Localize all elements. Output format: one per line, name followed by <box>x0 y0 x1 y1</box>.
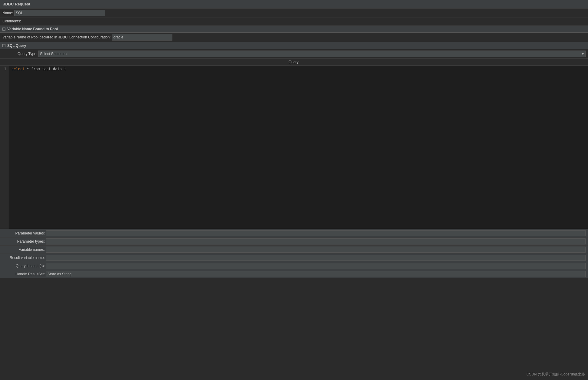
query-type-row: Query Type: Select Statement Update Stat… <box>0 49 588 59</box>
query-header-row: Query: <box>0 59 588 66</box>
variable-names-row: Variable names: <box>0 246 588 254</box>
line-numbers: 1 <box>0 66 9 229</box>
title-bar: JDBC Request <box>0 0 588 8</box>
result-variable-name-input[interactable] <box>46 255 586 261</box>
name-label: Name: <box>2 11 13 15</box>
query-label: Query: <box>289 60 299 64</box>
pool-variable-row: Variable Name of Pool declared in JDBC C… <box>0 33 588 42</box>
parameter-types-input[interactable] <box>46 238 586 244</box>
sql-query-title: SQL Query <box>7 44 26 48</box>
pool-variable-input[interactable] <box>112 34 172 41</box>
variable-name-bound-title: Variable Name Bound to Pool <box>7 27 58 31</box>
parameter-types-label: Parameter types: <box>2 239 45 244</box>
line-number-1: 1 <box>2 67 6 71</box>
pool-variable-label: Variable Name of Pool declared in JDBC C… <box>2 35 111 39</box>
window-title: JDBC Request <box>3 2 30 6</box>
variable-name-bound-section: Variable Name Bound to Pool <box>0 26 588 33</box>
variable-names-input[interactable] <box>46 247 586 253</box>
comments-label: Comments: <box>2 19 21 23</box>
handle-result-set-input[interactable] <box>46 271 586 277</box>
name-row: Name: <box>0 8 588 18</box>
parameter-types-row: Parameter types: <box>0 238 588 246</box>
query-timeout-label: Query timeout (s): <box>2 264 45 268</box>
code-content[interactable]: select * from test_data t <box>9 66 588 229</box>
bottom-fields: Parameter values: Parameter types: Varia… <box>0 229 588 278</box>
parameter-values-label: Parameter values: <box>2 231 45 235</box>
name-input[interactable] <box>14 10 105 16</box>
parameter-values-row: Parameter values: <box>0 229 588 238</box>
query-type-label: Query Type: <box>2 52 37 56</box>
comments-row: Comments: <box>0 18 588 26</box>
sql-rest: * from test_data t <box>24 67 66 71</box>
sql-keyword: select <box>11 67 24 71</box>
variable-names-label: Variable names: <box>2 247 45 252</box>
query-timeout-input[interactable] <box>46 263 586 269</box>
watermark: CSDN @从零开始的-CodeNinja之路 <box>526 372 585 377</box>
handle-result-set-label: Handle ResultSet: <box>2 272 45 276</box>
result-variable-name-label: Result variable name: <box>2 256 45 260</box>
query-type-select-wrapper: Select Statement Update Statement Callab… <box>38 51 586 57</box>
query-type-select[interactable]: Select Statement Update Statement Callab… <box>38 51 586 57</box>
result-variable-name-row: Result variable name: <box>0 254 588 262</box>
parameter-values-input[interactable] <box>46 230 586 236</box>
sql-query-header: SQL Query <box>0 42 588 49</box>
code-editor: 1 select * from test_data t <box>0 66 588 229</box>
query-timeout-row: Query timeout (s): <box>0 262 588 270</box>
handle-result-set-row: Handle ResultSet: <box>0 270 588 278</box>
